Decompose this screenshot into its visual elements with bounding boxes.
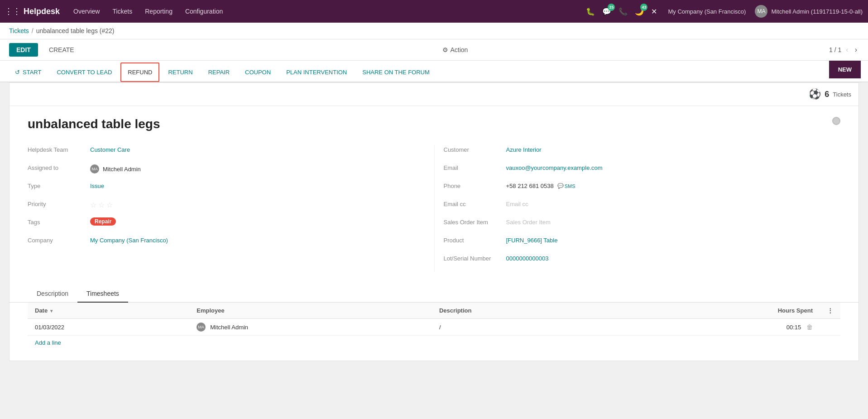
- ticket-stat-icon: ⚽: [809, 88, 821, 100]
- tag-repair[interactable]: Repair: [90, 217, 116, 226]
- delete-row-icon[interactable]: 🗑: [806, 323, 813, 331]
- breadcrumb-parent[interactable]: Tickets: [9, 27, 29, 34]
- type-value[interactable]: Issue: [90, 181, 104, 189]
- col-header-employee[interactable]: Employee: [189, 303, 432, 319]
- create-button[interactable]: CREATE: [42, 43, 82, 57]
- sales-order-value[interactable]: Sales Order Item: [506, 217, 551, 226]
- col-header-hours[interactable]: Hours Spent: [675, 303, 820, 319]
- col-header-actions: ⋮: [820, 303, 840, 319]
- field-product: Product [FURN_9666] Table: [444, 236, 841, 249]
- nav-menu: Overview Tickets Reporting Configuration: [67, 0, 229, 23]
- navbar-icons: 🐛 💬 25 📞 🌙 43 ✕ My Company (San Francisc…: [584, 5, 863, 18]
- ticket-count: 6: [825, 90, 829, 99]
- gear-icon: ⚙: [442, 46, 448, 53]
- email-cc-value[interactable]: Email cc: [506, 199, 528, 207]
- tab-timesheets[interactable]: Timesheets: [77, 285, 128, 303]
- star-3[interactable]: ☆: [106, 201, 113, 209]
- action-plan-intervention[interactable]: PLAN INTERVENTION: [279, 63, 354, 82]
- table-header-row: Date ▼ Employee Description Hours Spent: [28, 303, 840, 319]
- tabs-bar: Description Timesheets: [10, 285, 858, 303]
- edit-button[interactable]: EDIT: [9, 43, 38, 57]
- settings-icon[interactable]: ✕: [649, 5, 659, 18]
- hours-value: 00:15: [786, 324, 801, 331]
- record-title-text: unbalanced table legs: [28, 117, 160, 131]
- assigned-to-label: Assigned to: [28, 163, 86, 171]
- assignee-avatar: MA: [90, 164, 99, 173]
- company-label: Company: [28, 236, 86, 244]
- product-value[interactable]: [FURN_9666] Table: [506, 236, 558, 244]
- col-header-description[interactable]: Description: [432, 303, 675, 319]
- pagination-next[interactable]: ›: [853, 45, 859, 55]
- lot-serial-value[interactable]: 0000000000003: [506, 254, 549, 262]
- form-fields: Helpdesk Team Customer Care Assigned to …: [28, 145, 840, 272]
- add-line-button[interactable]: Add a line: [28, 336, 68, 350]
- nav-configuration[interactable]: Configuration: [179, 0, 229, 23]
- phone-number: +58 212 681 0538: [506, 183, 554, 189]
- nav-tickets[interactable]: Tickets: [106, 0, 139, 23]
- tab-description[interactable]: Description: [28, 285, 77, 303]
- assignee-name: Mitchell Admin: [103, 166, 141, 173]
- field-sales-order: Sales Order Item Sales Order Item: [444, 217, 841, 231]
- apps-menu-icon[interactable]: ⋮⋮: [5, 4, 20, 19]
- record-card: ⚽ 6 Tickets unbalanced table legs Helpde…: [9, 82, 859, 361]
- messages-badge: 25: [608, 4, 615, 11]
- phone-label: Phone: [444, 181, 503, 189]
- user-menu[interactable]: MA Mitchell Admin (11917119-15-0-all): [755, 5, 863, 18]
- nav-overview[interactable]: Overview: [67, 0, 106, 23]
- company-value[interactable]: My Company (San Francisco): [90, 236, 168, 244]
- action-start-label: START: [23, 69, 41, 76]
- phone-icon[interactable]: 📞: [617, 5, 629, 18]
- timesheets-section: Date ▼ Employee Description Hours Spent: [28, 303, 840, 350]
- assigned-to-value: MA Mitchell Admin: [90, 163, 141, 173]
- action-share-label: SHARE ON THE FORUM: [362, 69, 430, 76]
- new-label: NEW: [838, 66, 852, 73]
- new-button[interactable]: NEW: [829, 61, 861, 78]
- field-type: Type Issue: [28, 181, 425, 195]
- phone-value: +58 212 681 0538 💬 SMS: [506, 181, 575, 189]
- product-label: Product: [444, 236, 503, 244]
- employee-avatar: MA: [197, 323, 206, 332]
- action-return[interactable]: RETURN: [161, 63, 199, 82]
- breadcrumb-separator: /: [32, 27, 34, 34]
- app-title[interactable]: Helpdesk: [24, 7, 60, 16]
- sms-label: SMS: [565, 183, 575, 189]
- sales-order-label: Sales Order Item: [444, 217, 503, 226]
- field-tags: Tags Repair: [28, 217, 425, 231]
- customer-value[interactable]: Azure Interior: [506, 145, 542, 153]
- action-refund-label: REFUND: [128, 69, 152, 76]
- nav-reporting[interactable]: Reporting: [139, 0, 179, 23]
- action-start[interactable]: ↺ START: [8, 63, 48, 82]
- messages-icon[interactable]: 💬 25: [600, 5, 613, 18]
- action-repair[interactable]: REPAIR: [201, 63, 236, 82]
- main-content: ⚽ 6 Tickets unbalanced table legs Helpde…: [0, 82, 868, 370]
- company-name[interactable]: My Company (San Francisco): [668, 8, 746, 15]
- email-value[interactable]: vauxoo@yourcompany.example.com: [506, 163, 603, 171]
- debug-icon[interactable]: 🐛: [584, 5, 597, 18]
- col-header-date[interactable]: Date ▼: [28, 303, 189, 319]
- ticket-label: Tickets: [833, 91, 851, 98]
- table-row: 01/03/2022 MA Mitchell Admin / 00:15 🗑: [28, 319, 840, 336]
- action-coupon[interactable]: COUPON: [238, 63, 278, 82]
- star-2[interactable]: ☆: [98, 201, 105, 209]
- pagination-prev[interactable]: ‹: [844, 45, 850, 55]
- helpdesk-team-value[interactable]: Customer Care: [90, 145, 130, 153]
- pagination-text: 1 / 1: [829, 46, 841, 53]
- description-col-label: Description: [439, 307, 472, 314]
- username: Mitchell Admin (11917119-15-0-all): [771, 8, 863, 15]
- customer-label: Customer: [444, 145, 503, 153]
- action-dropdown[interactable]: ⚙ Action: [442, 46, 468, 53]
- sms-icon: 💬: [557, 183, 564, 189]
- action-coupon-label: COUPON: [245, 69, 271, 76]
- employee-name: Mitchell Admin: [210, 324, 248, 331]
- employee-col-label: Employee: [197, 307, 224, 314]
- status-dot[interactable]: [832, 117, 840, 125]
- action-refund[interactable]: REFUND: [120, 63, 159, 82]
- clock-icon[interactable]: 🌙 43: [633, 5, 646, 18]
- field-company: Company My Company (San Francisco): [28, 236, 425, 249]
- action-share-forum[interactable]: SHARE ON THE FORUM: [355, 63, 436, 82]
- email-label: Email: [444, 163, 503, 171]
- sms-button[interactable]: 💬 SMS: [557, 183, 575, 189]
- navbar: ⋮⋮ Helpdesk Overview Tickets Reporting C…: [0, 0, 868, 23]
- action-convert-to-lead[interactable]: CONVERT TO LEAD: [50, 63, 119, 82]
- star-1[interactable]: ☆: [90, 201, 96, 209]
